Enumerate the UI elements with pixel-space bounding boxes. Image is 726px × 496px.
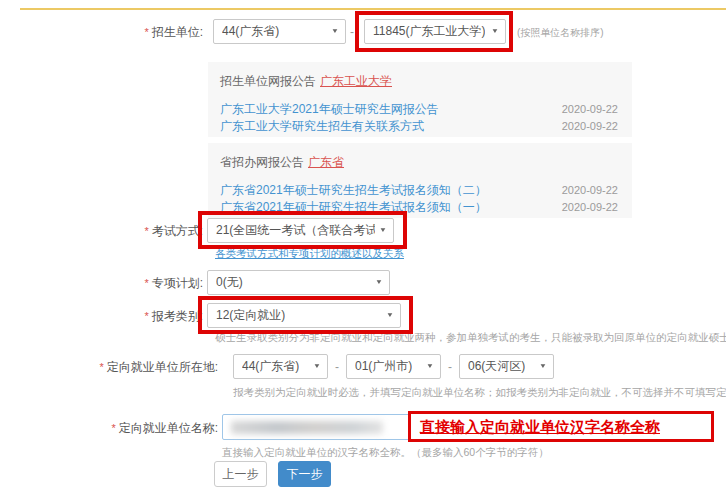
unit-notice-panel-title: 招生单位网报公告广东工业大学 — [220, 73, 618, 90]
separator-dash: - — [448, 360, 452, 374]
admission-unit-label: *招生单位: — [0, 25, 203, 39]
notice-link[interactable]: 广东省2021年硕士研究生招生考试报名须知（二） — [220, 182, 487, 199]
application-category-hint: 硕士生录取类别分为非定向就业和定向就业两种，参加单独考试的考生，只能被录取为回原… — [215, 331, 726, 345]
application-category-label: *报考类别: — [0, 309, 203, 323]
chevron-down-icon: ▼ — [386, 312, 394, 319]
employer-name-label: *定向就业单位名称: — [0, 421, 218, 435]
employer-name-annotation: 直接输入定向就业单位汉字名称全称 — [408, 411, 714, 442]
required-asterisk: * — [144, 277, 148, 289]
application-category-select[interactable]: 12(定向就业) ▼ — [207, 303, 401, 328]
unit-notice-panel: 招生单位网报公告广东工业大学 广东工业大学2021年硕士研究生网报公告 2020… — [208, 62, 632, 137]
notice-link[interactable]: 广东工业大学研究生招生有关联系方式 — [220, 118, 424, 135]
chevron-down-icon: ▼ — [375, 279, 383, 286]
notice-row: 广东工业大学2021年硕士研究生网报公告 2020-09-22 — [220, 101, 618, 118]
required-asterisk: * — [99, 361, 103, 373]
prev-step-button[interactable]: 上一步 — [214, 461, 267, 487]
employer-city-select[interactable]: 01(广州市) ▼ — [346, 354, 441, 379]
employer-location-label: *定向就业单位所在地: — [0, 360, 218, 374]
notice-row: 广东省2021年硕士研究生招生考试报名须知（一） 2020-09-22 — [220, 199, 618, 216]
separator-dash: - — [335, 360, 339, 374]
admission-unit-select[interactable]: 11845(广东工业大学) ▼ — [364, 19, 506, 44]
notice-date: 2020-09-22 — [562, 101, 618, 118]
application-form-page: { "icons": { "dropdown_caret": "▼" }, "r… — [0, 0, 726, 496]
notice-link[interactable]: 广东省2021年硕士研究生招生考试报名须知（一） — [220, 199, 487, 216]
next-step-button[interactable]: 下一步 — [278, 461, 331, 487]
chevron-down-icon: ▼ — [539, 363, 547, 370]
required-asterisk: * — [111, 422, 115, 434]
required-asterisk: * — [144, 26, 148, 38]
chevron-down-icon: ▼ — [313, 363, 321, 370]
chevron-down-icon: ▼ — [379, 227, 387, 234]
employer-province-select[interactable]: 44(广东省) ▼ — [233, 354, 328, 379]
province-link[interactable]: 广东省 — [308, 155, 344, 169]
exam-method-select[interactable]: 21(全国统一考试（含联合考试）) ▼ — [207, 218, 394, 243]
notice-date: 2020-09-22 — [562, 199, 618, 216]
province-notice-list: 广东省2021年硕士研究生招生考试报名须知（二） 2020-09-22 广东省2… — [220, 182, 618, 216]
redacted-employer-name-value — [231, 421, 383, 434]
required-asterisk: * — [144, 225, 148, 237]
sort-note: (按照单位名称排序) — [517, 26, 604, 40]
special-program-label: *专项计划: — [0, 276, 203, 290]
page-top-divider — [20, 8, 726, 10]
notice-date: 2020-09-22 — [562, 118, 618, 135]
special-program-select[interactable]: 0(无) ▼ — [207, 270, 390, 295]
province-notice-panel-title: 省招办网报公告广东省 — [220, 154, 618, 171]
employer-district-select[interactable]: 06(天河区) ▼ — [459, 354, 554, 379]
admission-unit-province-select[interactable]: 44(广东省) ▼ — [213, 19, 346, 44]
exam-method-help-link[interactable]: 各类考试方式和专项计划的概述以及关系 — [215, 247, 404, 261]
exam-method-label: *考试方式: — [0, 224, 203, 238]
separator-dash: - — [350, 25, 354, 39]
required-asterisk: * — [144, 310, 148, 322]
unit-notice-list: 广东工业大学2021年硕士研究生网报公告 2020-09-22 广东工业大学研究… — [220, 101, 618, 135]
employer-location-hint: 报考类别为定向就业时必选，并填写定向就业单位名称；如报考类别为非定向就业，不可选… — [233, 386, 726, 400]
unit-link[interactable]: 广东工业大学 — [320, 74, 392, 88]
province-notice-panel: 省招办网报公告广东省 广东省2021年硕士研究生招生考试报名须知（二） 2020… — [208, 143, 632, 218]
notice-row: 广东工业大学研究生招生有关联系方式 2020-09-22 — [220, 118, 618, 135]
chevron-down-icon: ▼ — [426, 363, 434, 370]
notice-link[interactable]: 广东工业大学2021年硕士研究生网报公告 — [220, 101, 439, 118]
employer-name-hint: 直接输入定向就业单位的汉字名称全称。（最多输入60个字节的字符） — [222, 446, 549, 460]
chevron-down-icon: ▼ — [331, 28, 339, 35]
notice-date: 2020-09-22 — [562, 182, 618, 199]
chevron-down-icon: ▼ — [491, 28, 499, 35]
notice-row: 广东省2021年硕士研究生招生考试报名须知（二） 2020-09-22 — [220, 182, 618, 199]
